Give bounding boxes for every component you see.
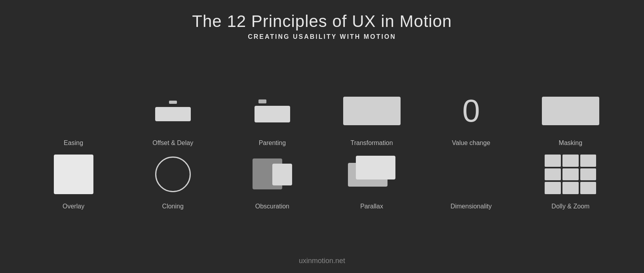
cloning-label: Cloning (162, 203, 184, 210)
principle-easing: Easing (34, 87, 113, 147)
principles-grid: Easing Offset & Delay Parenting (8, 87, 636, 210)
parallax-front-rect (356, 156, 395, 179)
page-subtitle: CREATING USABILITY WITH MOTION (192, 33, 452, 40)
dolly-cell-1 (545, 155, 561, 167)
parenting-label: Parenting (259, 139, 286, 147)
principles-row-1: Easing Offset & Delay Parenting (8, 87, 636, 147)
principle-dolly-zoom: Dolly & Zoom (531, 151, 610, 210)
offset-delay-label: Offset & Delay (152, 139, 193, 147)
principles-row-2: Overlay Cloning Obscuration (8, 151, 636, 210)
obscuration-front-rect (272, 164, 292, 185)
masking-label: Masking (559, 139, 583, 147)
parallax-icon-area (336, 151, 407, 198)
dolly-cell-8 (562, 182, 579, 194)
obscuration-label: Obscuration (255, 203, 289, 210)
principle-masking: Masking (531, 87, 610, 147)
dolly-zoom-icon (545, 155, 596, 194)
page-title: The 12 Principles of UX in Motion (192, 12, 452, 31)
dolly-cell-3 (580, 155, 597, 167)
parallax-label: Parallax (360, 203, 383, 210)
transformation-label: Transformation (351, 139, 393, 147)
dolly-cell-2 (562, 155, 579, 167)
dimensionality-icon (463, 158, 479, 190)
transformation-icon-area (336, 87, 407, 135)
value-change-icon: 0 (462, 95, 480, 127)
offset-small-rect (169, 101, 177, 104)
overlay-icon (54, 155, 93, 194)
masking-icon-area (535, 87, 606, 135)
page-header: The 12 Principles of UX in Motion CREATI… (192, 12, 452, 40)
offset-delay-icon (155, 101, 191, 121)
footer: uxinmotion.net (299, 257, 345, 265)
overlay-icon-area (38, 151, 109, 198)
dolly-zoom-icon-area (535, 151, 606, 198)
principle-offset-delay: Offset & Delay (133, 87, 213, 147)
obscuration-icon (253, 157, 292, 192)
offset-large-rect (155, 107, 191, 121)
dolly-cell-6 (580, 168, 597, 181)
dimensionality-label: Dimensionality (450, 203, 492, 210)
principle-parallax: Parallax (332, 151, 411, 210)
principle-value-change: 0 Value change (431, 87, 511, 147)
dolly-cell-4 (545, 168, 561, 181)
principle-transformation: Transformation (332, 87, 411, 147)
principle-obscuration: Obscuration (233, 151, 312, 210)
dimensionality-icon-area (435, 151, 507, 198)
parenting-icon (255, 99, 290, 122)
offset-delay-icon-area (137, 87, 209, 135)
parenting-large-rect (255, 106, 290, 122)
dolly-cell-9 (580, 182, 597, 194)
cloning-icon-area (137, 151, 209, 198)
principle-overlay: Overlay (34, 151, 113, 210)
easing-icon (54, 99, 93, 123)
value-change-icon-area: 0 (435, 87, 507, 135)
parallax-icon (348, 156, 395, 193)
principle-cloning: Cloning (133, 151, 213, 210)
parenting-small-rect (258, 99, 266, 103)
dolly-cell-7 (545, 182, 561, 194)
dolly-zoom-label: Dolly & Zoom (551, 203, 589, 210)
overlay-label: Overlay (63, 203, 84, 210)
obscuration-icon-area (237, 151, 308, 198)
principle-dimensionality: Dimensionality (431, 151, 511, 210)
transformation-icon (343, 97, 401, 125)
dolly-cell-5 (562, 168, 579, 181)
easing-label: Easing (64, 139, 83, 147)
footer-url: uxinmotion.net (299, 257, 345, 265)
principle-parenting: Parenting (233, 87, 312, 147)
cloning-icon (155, 157, 191, 192)
parenting-icon-area (237, 87, 308, 135)
easing-icon-area (38, 87, 109, 135)
masking-icon (542, 97, 599, 125)
value-change-label: Value change (452, 139, 490, 147)
